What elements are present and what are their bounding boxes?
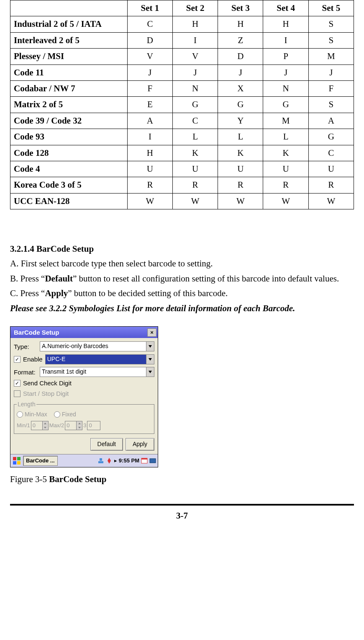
cell-value: E — [127, 97, 172, 113]
cell-value: A — [127, 113, 172, 129]
table-row: Code 93ILLLG — [10, 129, 354, 145]
cell-value: V — [173, 49, 218, 65]
cell-value: Z — [218, 32, 263, 48]
table-row: Plessey / MSIVVDPM — [10, 49, 354, 65]
cell-value: P — [263, 49, 308, 65]
cell-value: S — [308, 97, 354, 113]
cell-value: W — [308, 193, 354, 209]
cell-value: F — [127, 80, 172, 96]
cell-value: S — [308, 16, 354, 32]
three-label: 3 — [83, 422, 86, 429]
row-label: Code 93 — [10, 129, 128, 145]
radio-minmax: Min-Max — [17, 410, 47, 419]
tray-status-icon[interactable] — [106, 457, 113, 464]
table-row: Matrix 2 of 5EGGGS — [10, 97, 354, 113]
page-number: 3-7 — [10, 510, 354, 522]
cell-value: K — [218, 145, 263, 161]
tray-calendar-icon[interactable] — [141, 457, 148, 464]
cell-value: F — [308, 80, 354, 96]
barcode-sets-table: Set 1 Set 2 Set 3 Set 4 Set 5 Industrial… — [10, 0, 354, 209]
max-spinner: 0 — [65, 421, 82, 430]
cell-value: J — [218, 65, 263, 80]
radio-icon — [54, 411, 60, 418]
cell-value: H — [127, 145, 172, 161]
figure-caption: Figure 3-5 BarCode Setup — [10, 473, 354, 485]
cell-value: K — [173, 145, 218, 161]
radio-icon — [17, 411, 23, 418]
table-row: Codabar / NW 7FNXNF — [10, 80, 354, 96]
chevron-down-icon — [146, 355, 154, 364]
taskbar-app-button[interactable]: BarCode ... — [23, 456, 58, 466]
table-row: Industrial 2 of 5 / IATACHHHS — [10, 16, 354, 32]
cell-value: J — [173, 65, 218, 80]
cell-value: H — [173, 16, 218, 32]
close-button[interactable]: × — [147, 328, 156, 337]
apply-button[interactable]: Apply — [126, 438, 154, 451]
cell-value: C — [173, 113, 218, 129]
taskbar: BarCode ... ▸ 9:55 PM — [10, 454, 158, 467]
cell-value: U — [173, 161, 218, 177]
row-label: Code 11 — [10, 65, 128, 80]
table-row: Code 4UUUUU — [10, 161, 354, 177]
cell-value: U — [218, 161, 263, 177]
cell-value: N — [263, 80, 308, 96]
col-set5: Set 5 — [308, 0, 354, 16]
svg-rect-1 — [17, 457, 21, 460]
table-row: Code 11JJJJJ — [10, 65, 354, 80]
cell-value: W — [218, 193, 263, 209]
step-a: A. First select barcode type then select… — [10, 258, 354, 270]
cell-value: L — [263, 129, 308, 145]
format-combobox[interactable]: Transmit 1st digit — [40, 367, 154, 377]
cell-value: W — [173, 193, 218, 209]
row-label: Codabar / NW 7 — [10, 80, 128, 96]
table-row: Code 39 / Code 32ACYMA — [10, 113, 354, 129]
cell-value: I — [173, 32, 218, 48]
min-spinner: 0 — [31, 421, 49, 430]
step-c: C. Press “Apply” button to be decided se… — [10, 287, 354, 299]
cell-value: D — [218, 49, 263, 65]
enable-checkbox[interactable]: ✓ Enable — [14, 355, 43, 364]
cell-value: L — [173, 129, 218, 145]
cell-value: I — [263, 32, 308, 48]
send-check-label: Send Check Digit — [23, 379, 72, 387]
cell-value: H — [263, 16, 308, 32]
table-row: Interleaved 2 of 5DIZIS — [10, 32, 354, 48]
barcode-combobox[interactable]: UPC-E — [45, 354, 154, 364]
cell-value: K — [263, 145, 308, 161]
clock: 9:55 PM — [119, 457, 139, 465]
cell-value: C — [127, 16, 172, 32]
cell-value: M — [308, 49, 354, 65]
three-field: 0 — [87, 421, 100, 430]
cell-value: A — [308, 113, 354, 129]
cell-value: W — [263, 193, 308, 209]
type-label: Type: — [14, 342, 40, 351]
cell-value: D — [127, 32, 172, 48]
svg-rect-0 — [13, 457, 16, 460]
row-label: Code 4 — [10, 161, 128, 177]
row-label: Industrial 2 of 5 / IATA — [10, 16, 128, 32]
format-value: Transmit 1st digit — [42, 368, 86, 376]
table-row: Korea Code 3 of 5RRRRR — [10, 177, 354, 193]
tray-desktop-icon[interactable] — [149, 457, 156, 464]
radio-fixed: Fixed — [54, 410, 76, 419]
cell-value: R — [218, 177, 263, 193]
col-set3: Set 3 — [218, 0, 263, 16]
barcode-setup-dialog: BarCode Setup × Type: A.Numeric-only Bar… — [10, 326, 158, 467]
row-label: Code 128 — [10, 145, 128, 161]
table-row: Code 128HKKKC — [10, 145, 354, 161]
cell-value: R — [173, 177, 218, 193]
send-check-digit-checkbox[interactable]: ✓ Send Check Digit — [14, 379, 154, 387]
cell-value: L — [218, 129, 263, 145]
cell-value: G — [263, 97, 308, 113]
dialog-titlebar: BarCode Setup × — [10, 327, 158, 338]
default-button[interactable]: Default — [90, 438, 123, 451]
start-icon[interactable] — [12, 456, 21, 465]
type-combobox[interactable]: A.Numeric-only Barcodes — [40, 341, 154, 351]
cell-value: N — [173, 80, 218, 96]
svg-rect-7 — [141, 458, 147, 459]
barcode-value: UPC-E — [47, 355, 66, 364]
enable-label: Enable — [23, 355, 43, 364]
svg-rect-2 — [13, 461, 16, 465]
tray-network-icon[interactable] — [97, 457, 104, 464]
cell-value: S — [308, 32, 354, 48]
